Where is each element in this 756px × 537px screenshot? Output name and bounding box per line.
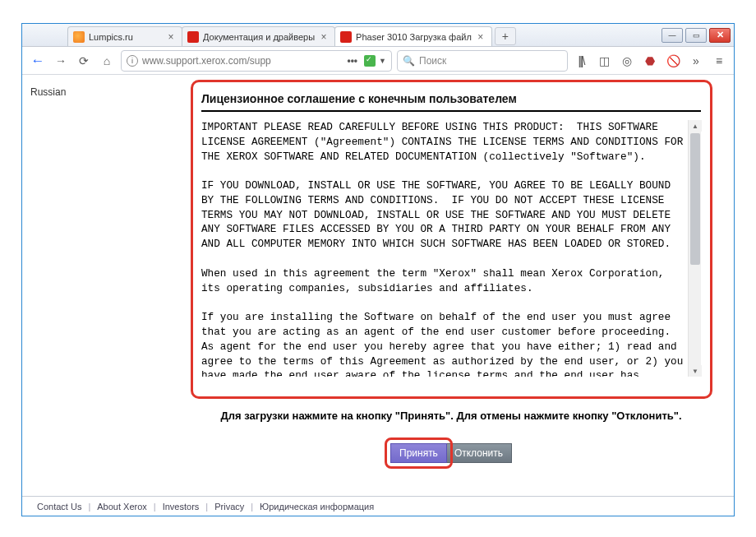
search-placeholder: Поиск: [419, 55, 446, 67]
footer-link-privacy[interactable]: Privacy: [214, 502, 244, 512]
eula-body[interactable]: IMPORTANT PLEASE READ CAREFULLY BEFORE U…: [201, 120, 691, 377]
url-bar[interactable]: i www.support.xerox.com/supp ••• ▼: [121, 50, 392, 72]
tab-title: Документация и драйверы: [203, 32, 315, 42]
footer-link-legal[interactable]: Юридическая информация: [260, 502, 374, 512]
tab-close-icon[interactable]: ×: [165, 31, 177, 43]
page-actions-icon[interactable]: •••: [343, 55, 361, 67]
site-info-icon[interactable]: i: [127, 55, 138, 67]
decline-button[interactable]: Отклонить: [446, 444, 511, 462]
library-icon[interactable]: |||\: [573, 53, 589, 69]
tab-strip: Lumpics.ru × Документация и драйверы × P…: [22, 24, 662, 46]
url-dropdown-icon[interactable]: ▼: [379, 57, 386, 65]
footer-link-investors[interactable]: Investors: [163, 502, 200, 512]
addon-ghostery-icon[interactable]: ◎: [619, 53, 635, 69]
tracking-shield-icon[interactable]: [364, 55, 376, 67]
footer-link-about[interactable]: About Xerox: [97, 502, 147, 512]
eula-title: Лицензионное соглашение с конечным польз…: [201, 89, 701, 112]
footer: Contact Us| About Xerox| Investors| Priv…: [22, 496, 734, 516]
scroll-up-icon[interactable]: ▲: [689, 120, 702, 132]
tab-close-icon[interactable]: ×: [318, 31, 330, 43]
favicon-xerox-icon: [187, 31, 199, 43]
navbar: ← → ⟳ ⌂ i www.support.xerox.com/supp •••…: [22, 47, 734, 75]
eula-scrollbar[interactable]: ▲ ▼: [688, 120, 701, 377]
button-row: Принять Отклонить: [201, 444, 701, 462]
sidebar-language-link[interactable]: Russian: [30, 86, 66, 98]
eula-text-container: IMPORTANT PLEASE READ CAREFULLY BEFORE U…: [201, 120, 701, 377]
sidebar-icon[interactable]: ◫: [596, 53, 612, 69]
tab-lumpics[interactable]: Lumpics.ru ×: [67, 26, 182, 46]
titlebar: Lumpics.ru × Документация и драйверы × P…: [22, 24, 734, 47]
maximize-button[interactable]: ▭: [685, 28, 707, 43]
minimize-button[interactable]: —: [662, 28, 683, 43]
page-content: Russian Лицензионное соглашение с конечн…: [22, 76, 734, 516]
scrollbar-thumb[interactable]: [690, 133, 700, 265]
search-bar[interactable]: 🔍 Поиск: [397, 50, 568, 72]
instruction-text: Для загрузки нажмите на кнопку "Принять"…: [201, 409, 701, 424]
toolbar-right: |||\ ◫ ◎ ⬣ 🚫 » ≡: [573, 53, 727, 69]
tab-docs[interactable]: Документация и драйверы ×: [182, 26, 335, 46]
favicon-xerox-icon: [340, 31, 352, 43]
footer-link-contact[interactable]: Contact Us: [37, 502, 81, 512]
tab-close-icon[interactable]: ×: [475, 31, 486, 43]
favicon-lumpics-icon: [73, 31, 85, 43]
accept-wrap: Принять: [391, 444, 446, 462]
back-button[interactable]: ←: [29, 52, 47, 70]
forward-button[interactable]: →: [52, 52, 70, 70]
tab-title: Phaser 3010 Загрузка файл: [356, 32, 472, 42]
accept-button[interactable]: Принять: [391, 444, 446, 462]
addon-noscript-icon[interactable]: 🚫: [665, 53, 681, 69]
window-controls: — ▭ ✕: [662, 24, 734, 46]
new-tab-button[interactable]: +: [495, 27, 516, 45]
eula-section: Лицензионное соглашение с конечным польз…: [201, 89, 701, 377]
overflow-icon[interactable]: »: [688, 53, 704, 69]
tab-phaser[interactable]: Phaser 3010 Загрузка файл ×: [334, 26, 492, 46]
menu-icon[interactable]: ≡: [711, 53, 727, 69]
scroll-down-icon[interactable]: ▼: [689, 365, 702, 377]
home-button[interactable]: ⌂: [98, 52, 116, 70]
browser-window: Lumpics.ru × Документация и драйверы × P…: [21, 23, 735, 516]
addon-ublock-icon[interactable]: ⬣: [642, 53, 658, 69]
search-icon: 🔍: [403, 55, 415, 67]
close-window-button[interactable]: ✕: [709, 28, 731, 43]
reload-button[interactable]: ⟳: [75, 52, 93, 70]
url-text: www.support.xerox.com/supp: [142, 55, 343, 67]
tab-title: Lumpics.ru: [89, 32, 162, 42]
